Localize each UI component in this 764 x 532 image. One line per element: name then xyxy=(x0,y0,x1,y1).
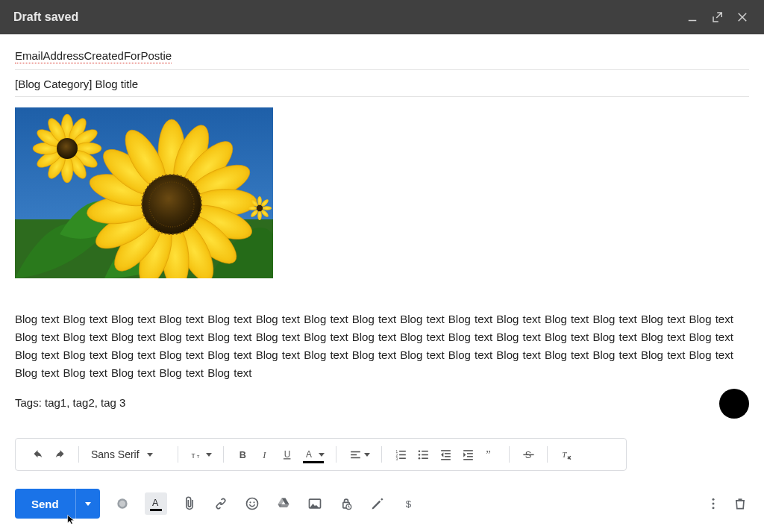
svg-rect-95 xyxy=(736,500,745,501)
bullet-list-button[interactable] xyxy=(412,443,434,466)
svg-text:т: т xyxy=(196,453,199,460)
underline-button[interactable]: U xyxy=(276,443,298,466)
more-options-icon[interactable] xyxy=(704,495,722,513)
subject-value: [Blog Category] Blog title xyxy=(15,78,138,90)
svg-rect-72 xyxy=(466,456,472,457)
font-family-dropdown[interactable]: Sans Serif xyxy=(87,448,170,460)
chevron-down-icon xyxy=(364,453,370,457)
font-family-value: Sans Serif xyxy=(91,448,140,460)
align-button[interactable] xyxy=(344,443,374,466)
svg-point-39 xyxy=(257,211,262,221)
signature-pen-icon[interactable] xyxy=(369,495,386,513)
svg-point-84 xyxy=(249,501,251,503)
svg-rect-53 xyxy=(351,457,360,458)
text-color-button[interactable]: A xyxy=(298,443,328,466)
svg-text:U: U xyxy=(284,448,290,459)
svg-rect-71 xyxy=(466,453,472,454)
indent-less-button[interactable] xyxy=(434,443,457,466)
chevron-down-icon xyxy=(147,453,153,457)
svg-point-61 xyxy=(418,454,420,456)
attached-image xyxy=(15,107,273,278)
to-field[interactable]: EmailAddressCreatedForPostie xyxy=(15,42,749,70)
svg-point-43 xyxy=(257,205,263,211)
svg-point-15 xyxy=(57,138,78,159)
send-button[interactable]: Send xyxy=(15,489,75,519)
svg-point-92 xyxy=(713,503,715,505)
strikethrough-button[interactable]: S xyxy=(517,443,539,466)
blog-body-text: Blog text Blog text Blog text Blog text … xyxy=(15,310,749,382)
font-size-button[interactable]: тт xyxy=(186,443,216,466)
svg-rect-94 xyxy=(739,498,742,500)
svg-point-85 xyxy=(253,501,254,503)
svg-rect-59 xyxy=(399,457,406,459)
svg-point-41 xyxy=(248,206,257,210)
svg-text:”: ” xyxy=(486,448,490,460)
svg-point-83 xyxy=(246,498,257,510)
indent-more-button[interactable] xyxy=(457,443,479,466)
extension-icon[interactable] xyxy=(113,495,131,513)
redo-button[interactable] xyxy=(48,443,71,466)
message-body[interactable]: Blog text Blog text Blog text Blog text … xyxy=(15,97,749,438)
compose-titlebar: Draft saved xyxy=(0,0,764,34)
chevron-down-icon xyxy=(85,502,91,506)
svg-text:т: т xyxy=(191,451,195,460)
pop-in-icon[interactable] xyxy=(710,10,725,25)
insert-link-icon[interactable] xyxy=(212,495,230,513)
svg-text:S: S xyxy=(525,450,530,460)
svg-point-62 xyxy=(418,457,420,459)
svg-rect-65 xyxy=(422,457,428,459)
remove-formatting-button[interactable]: T xyxy=(555,443,577,466)
confidential-mode-icon[interactable] xyxy=(337,495,355,513)
svg-point-37 xyxy=(263,206,272,210)
svg-text:3: 3 xyxy=(395,457,398,460)
svg-rect-64 xyxy=(422,454,428,455)
bold-button[interactable]: B xyxy=(231,443,254,466)
svg-rect-68 xyxy=(444,456,450,457)
svg-rect-57 xyxy=(399,450,406,451)
svg-rect-69 xyxy=(441,459,451,460)
svg-text:A: A xyxy=(152,498,159,508)
italic-button[interactable]: I xyxy=(254,443,276,466)
close-icon[interactable] xyxy=(736,10,751,25)
discard-draft-icon[interactable] xyxy=(731,495,749,513)
svg-rect-73 xyxy=(463,459,473,460)
svg-rect-52 xyxy=(351,454,357,455)
drive-icon[interactable] xyxy=(275,495,292,513)
undo-button[interactable] xyxy=(26,443,48,466)
numbered-list-button[interactable]: 123 xyxy=(389,443,412,466)
minimize-icon[interactable] xyxy=(685,10,700,25)
svg-point-35 xyxy=(257,196,262,206)
subject-field[interactable]: [Blog Category] Blog title xyxy=(15,70,749,97)
svg-rect-58 xyxy=(399,454,406,455)
svg-point-60 xyxy=(418,450,420,452)
floating-action-dot[interactable] xyxy=(719,389,749,419)
svg-text:T: T xyxy=(562,449,567,458)
attach-file-icon[interactable] xyxy=(181,495,198,513)
svg-rect-49 xyxy=(283,458,290,459)
svg-point-81 xyxy=(119,501,125,507)
svg-point-91 xyxy=(713,498,715,501)
compose-bottom-bar: Send A $ xyxy=(0,481,764,532)
svg-rect-63 xyxy=(422,450,428,451)
tags-line: Tags: tag1, tag2, tag 3 xyxy=(15,394,749,412)
svg-rect-67 xyxy=(444,453,450,454)
svg-text:A: A xyxy=(305,448,311,459)
emoji-icon[interactable] xyxy=(243,495,261,513)
send-options-button[interactable] xyxy=(75,489,100,519)
insert-image-icon[interactable] xyxy=(306,495,324,513)
send-button-group: Send xyxy=(15,489,100,519)
chevron-down-icon xyxy=(319,453,325,457)
svg-rect-70 xyxy=(463,450,473,451)
svg-point-93 xyxy=(713,507,715,509)
svg-text:$: $ xyxy=(406,498,412,510)
svg-rect-51 xyxy=(351,451,360,452)
svg-text:I: I xyxy=(262,450,266,460)
svg-rect-0 xyxy=(689,20,697,22)
text-format-toggle[interactable]: A xyxy=(145,492,167,515)
dollar-icon[interactable]: $ xyxy=(400,495,418,513)
formatting-toolbar: Sans Serif тт B I U A xyxy=(15,438,627,471)
window-title: Draft saved xyxy=(13,10,78,24)
quote-button[interactable]: ” xyxy=(479,443,501,466)
svg-text:B: B xyxy=(239,450,245,460)
svg-rect-66 xyxy=(441,450,451,451)
